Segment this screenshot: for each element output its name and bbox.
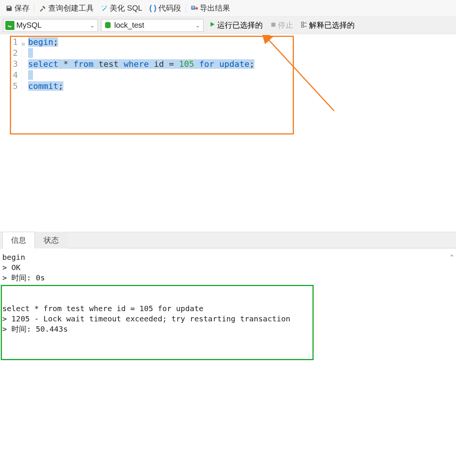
code-line[interactable]: begin; xyxy=(28,36,254,47)
explain-selected-label: 解释已选择的 xyxy=(309,20,355,30)
svg-rect-4 xyxy=(192,8,194,8)
beautify-sql-button[interactable]: 美化 SQL xyxy=(98,2,145,14)
console-line: > OK xyxy=(2,263,454,273)
tab-info[interactable]: 信息 xyxy=(2,232,35,248)
svg-point-1 xyxy=(103,5,104,6)
export-label: 导出结果 xyxy=(200,3,230,13)
code-line[interactable] xyxy=(28,47,254,59)
svg-rect-8 xyxy=(301,25,303,27)
query-builder-label: 查询创建工具 xyxy=(48,3,94,13)
svg-rect-7 xyxy=(301,22,303,24)
svg-rect-3 xyxy=(192,6,194,7)
svg-point-0 xyxy=(102,6,103,7)
explain-icon xyxy=(301,21,308,30)
snippet-label: 代码段 xyxy=(158,3,181,13)
sql-editor[interactable]: 12345 ⊟ begin; select * from test where … xyxy=(0,34,456,92)
chevron-down-icon: ⌄ xyxy=(88,22,96,28)
stop-label: 停止 xyxy=(278,20,293,30)
code-line[interactable]: commit; xyxy=(28,81,254,92)
run-selected-label: 运行已选择的 xyxy=(217,20,263,30)
console-output[interactable]: begin> OK> 时间: 0s select * from test whe… xyxy=(0,248,456,431)
code-lines[interactable]: begin; select * from test where id = 105… xyxy=(27,36,254,92)
svg-rect-6 xyxy=(271,22,276,27)
save-label: 保存 xyxy=(14,3,30,13)
play-icon xyxy=(209,21,216,30)
tab-status[interactable]: 状态 xyxy=(35,232,68,248)
snippet-button[interactable]: ( ) 代码段 xyxy=(147,2,183,14)
connection-name: MySQL xyxy=(16,21,88,30)
export-result-button[interactable]: 导出结果 xyxy=(188,2,232,14)
query-builder-button[interactable]: 查询创建工具 xyxy=(37,2,96,14)
save-button[interactable]: 保存 xyxy=(3,2,32,14)
sql-editor-area: 12345 ⊟ begin; select * from test where … xyxy=(0,34,456,232)
database-dropdown[interactable]: lock_test ⌄ xyxy=(101,19,204,32)
connection-toolbar: MySQL ⌄ lock_test ⌄ 运行已选择的 停止 解释已选择的 xyxy=(0,17,456,34)
console-block-1: begin> OK> 时间: 0s xyxy=(2,252,454,283)
code-line[interactable] xyxy=(28,70,254,81)
line-number: 1 xyxy=(0,36,18,47)
tab-status-label: 状态 xyxy=(44,236,59,244)
stop-button[interactable]: 停止 xyxy=(268,19,295,31)
console-line: > 时间: 0s xyxy=(2,273,454,283)
wand-icon xyxy=(101,5,108,12)
database-name: lock_test xyxy=(114,21,194,30)
mysql-icon xyxy=(5,21,15,30)
chevron-down-icon: ⌄ xyxy=(194,22,202,28)
console-line: > 1205 - Lock wait timeout exceeded; try… xyxy=(2,314,454,324)
console-block-2: select * from test where id = 105 for up… xyxy=(2,304,454,334)
console-line: select * from test where id = 105 for up… xyxy=(2,304,454,314)
main-toolbar: 保存 查询创建工具 美化 SQL ( ) 代码段 导出结果 xyxy=(0,0,456,17)
svg-rect-2 xyxy=(191,6,195,9)
line-number-gutter: 12345 xyxy=(0,36,22,92)
run-selected-button[interactable]: 运行已选择的 xyxy=(207,19,265,31)
line-number: 3 xyxy=(0,59,18,70)
connection-dropdown[interactable]: MySQL ⌄ xyxy=(3,19,98,32)
braces-icon: ( ) xyxy=(149,5,157,12)
hammer-icon xyxy=(39,5,47,12)
console-line: > 时间: 50.443s xyxy=(2,324,454,334)
explain-selected-button[interactable]: 解释已选择的 xyxy=(298,19,357,31)
line-number: 5 xyxy=(0,81,18,92)
result-tabs: 信息 状态 xyxy=(0,232,456,248)
beautify-label: 美化 SQL xyxy=(110,3,142,13)
save-icon xyxy=(5,5,13,12)
database-icon xyxy=(103,21,113,30)
fold-gutter: ⊟ xyxy=(22,36,27,92)
line-number: 2 xyxy=(0,47,18,59)
export-icon xyxy=(191,5,198,12)
scroll-up-icon[interactable] xyxy=(448,251,455,260)
tab-info-label: 信息 xyxy=(11,236,26,244)
stop-icon xyxy=(270,22,276,29)
code-line[interactable]: select * from test where id = 105 for up… xyxy=(28,59,254,70)
console-line: begin xyxy=(2,252,454,263)
line-number: 4 xyxy=(0,70,18,81)
